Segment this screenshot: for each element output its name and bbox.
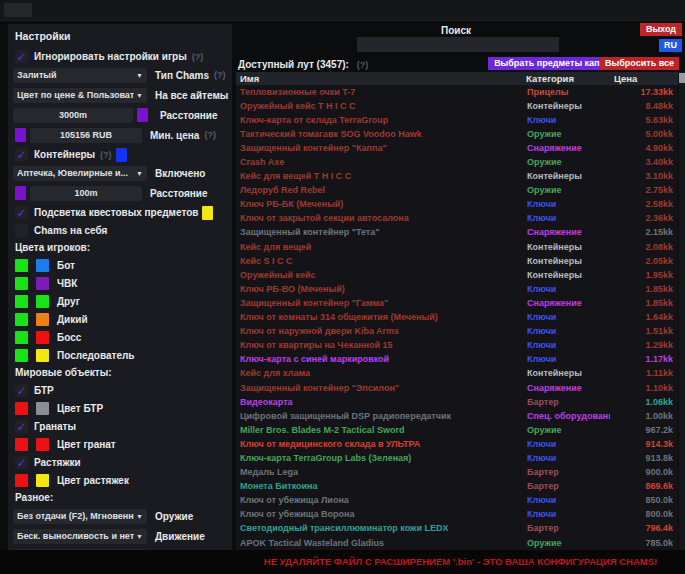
dropdown[interactable]: Беск. выносливость и нет уста▼ bbox=[13, 529, 147, 544]
color-swatch[interactable] bbox=[36, 313, 49, 326]
column-header-category[interactable]: Категория bbox=[522, 73, 610, 84]
search-input[interactable] bbox=[357, 37, 559, 52]
table-row[interactable]: Ключ от квартиры на Чеканной 15Ключи1.29… bbox=[236, 339, 678, 353]
window-tab[interactable] bbox=[4, 3, 32, 17]
checkbox[interactable]: ✓ bbox=[15, 148, 28, 161]
table-row[interactable]: Ключ-карта с синей маркировкойКлючи1.17k… bbox=[236, 353, 678, 367]
color-swatch[interactable] bbox=[15, 402, 28, 415]
table-row[interactable]: Оружейный кейс T H I C CКонтейнеры8.48kk bbox=[236, 99, 678, 113]
select-kappa-button[interactable]: Выбрать предметы каппа bbox=[488, 57, 616, 70]
checkbox[interactable]: ✓ bbox=[15, 384, 28, 397]
table-row[interactable]: Ключ от медицинского склада в УЛЬТРАКлюч… bbox=[236, 437, 678, 451]
help-icon[interactable]: (?) bbox=[100, 150, 112, 160]
table-row[interactable]: Защищенный контейнер "Каппа"Снаряжение4.… bbox=[236, 141, 678, 155]
chevron-down-icon: ▼ bbox=[136, 513, 143, 520]
table-row[interactable]: Ключ-карта от склада TerraGroupКлючи5.63… bbox=[236, 113, 678, 127]
color-swatch[interactable] bbox=[116, 148, 127, 162]
table-row[interactable]: Ключ от убежища ВоронаКлючи800.0k bbox=[236, 508, 678, 522]
table-row[interactable]: Ключ от наружной двери Kiba ArmsКлючи1.5… bbox=[236, 325, 678, 339]
item-name: Ключ от наружной двери Kiba Arms bbox=[236, 326, 522, 336]
table-scrollbar[interactable] bbox=[679, 72, 685, 550]
item-name: APOK Tactical Wasteland Gladius bbox=[236, 538, 522, 548]
column-header-name[interactable]: Имя bbox=[236, 73, 522, 84]
loot-count-label: Доступный лут (3457):(?) bbox=[238, 59, 368, 70]
loot-help-icon[interactable]: (?) bbox=[357, 60, 369, 70]
checkbox[interactable]: ✓ bbox=[15, 50, 28, 63]
color-swatch[interactable] bbox=[137, 108, 148, 122]
settings-row: Цвет БТР bbox=[13, 401, 227, 416]
help-icon[interactable]: (?) bbox=[204, 130, 216, 140]
color-swatch[interactable] bbox=[15, 438, 28, 451]
color-swatch[interactable] bbox=[36, 474, 49, 487]
table-row[interactable]: Ключ РБ-ВО (Меченый)Ключи1.85kk bbox=[236, 282, 678, 296]
color-swatch[interactable] bbox=[36, 331, 49, 344]
value-input[interactable]: 105156 RUB bbox=[30, 128, 142, 143]
table-row[interactable]: Тактический томагавк SOG Voodoo HawkОруж… bbox=[236, 127, 678, 141]
table-row[interactable]: Защищенный контейнер "Эпсилон"Снаряжение… bbox=[236, 381, 678, 395]
value-input[interactable]: 3000m bbox=[13, 108, 133, 123]
table-row[interactable]: Медаль LegaБартер900.0k bbox=[236, 466, 678, 480]
table-row[interactable]: APOK Tactical Wasteland GladiusОружие785… bbox=[236, 536, 678, 550]
item-price: 2.36kk bbox=[610, 213, 678, 223]
table-row[interactable]: Miller Bros. Blades M-2 Tactical SwordОр… bbox=[236, 423, 678, 437]
settings-row: Беск. выносливость и нет уста▼Движение bbox=[13, 528, 227, 544]
table-row[interactable]: Кейс для вещейКонтейнеры2.08kk bbox=[236, 240, 678, 254]
color-swatch[interactable] bbox=[36, 438, 49, 451]
color-swatch[interactable] bbox=[36, 349, 49, 362]
table-row[interactable]: Оружейный кейсКонтейнеры1.95kk bbox=[236, 268, 678, 282]
column-header-price[interactable]: Цена bbox=[610, 73, 678, 84]
color-swatch[interactable] bbox=[202, 206, 213, 220]
color-swatch[interactable] bbox=[36, 402, 49, 415]
color-swatch[interactable] bbox=[15, 313, 28, 326]
dropdown[interactable]: Без отдачи (F2), Мгновенное п▼ bbox=[13, 509, 147, 524]
help-icon[interactable]: (?) bbox=[214, 70, 226, 80]
table-row[interactable]: Crash AxeОружие3.40kk bbox=[236, 155, 678, 169]
table-row[interactable]: Ключ-карта TerraGroup Labs (Зеленая)Ключ… bbox=[236, 451, 678, 465]
color-swatch[interactable] bbox=[15, 474, 28, 487]
table-row[interactable]: Кейс S I C CКонтейнеры2.05kk bbox=[236, 254, 678, 268]
color-swatch[interactable] bbox=[15, 295, 28, 308]
loot-table: Имя Категория Цена Тепловизионные очки T… bbox=[236, 72, 678, 550]
color-swatch[interactable] bbox=[15, 349, 28, 362]
checkbox[interactable]: ✓ bbox=[15, 456, 28, 469]
value-input[interactable]: 100m bbox=[30, 186, 142, 201]
color-swatch[interactable] bbox=[15, 259, 28, 272]
table-row[interactable]: Ключ от убежища ЛионаКлючи850.0k bbox=[236, 494, 678, 508]
item-name: Кейс S I C C bbox=[236, 256, 522, 266]
dropdown[interactable]: Цвет по цене & Пользователь▼ bbox=[13, 88, 147, 103]
table-row[interactable]: Кейс для вещей T H I C CКонтейнеры3.10kk bbox=[236, 170, 678, 184]
table-row[interactable]: Ключ от закрытой секции автосалонаКлючи2… bbox=[236, 212, 678, 226]
table-row[interactable]: Цифровой защищенный DSP радиопередатчикС… bbox=[236, 409, 678, 423]
checkbox[interactable]: ✓ bbox=[15, 224, 28, 237]
checkbox[interactable]: ✓ bbox=[15, 206, 28, 219]
scrollbar-thumb[interactable] bbox=[679, 73, 685, 83]
table-row[interactable]: Ключ от комнаты 314 общежития (Меченый)К… bbox=[236, 311, 678, 325]
color-swatch[interactable] bbox=[36, 259, 49, 272]
settings-row: Друг bbox=[13, 294, 227, 309]
exit-button[interactable]: Выход bbox=[640, 23, 682, 36]
help-icon[interactable]: (?) bbox=[192, 52, 204, 62]
table-row[interactable]: Ключ РБ-БК (Меченый)Ключи2.58kk bbox=[236, 198, 678, 212]
drop-all-button[interactable]: Выбросить все bbox=[600, 57, 679, 70]
color-swatch[interactable] bbox=[36, 277, 49, 290]
item-category: Ключи bbox=[522, 354, 610, 364]
item-name: Светодиодный трансиллюминатор кожи LEDX bbox=[236, 523, 522, 533]
checkbox[interactable]: ✓ bbox=[15, 420, 28, 433]
dropdown[interactable]: Аптечка, Ювелирные и...▼ bbox=[13, 166, 147, 181]
color-swatch[interactable] bbox=[15, 331, 28, 344]
color-swatch[interactable] bbox=[15, 186, 26, 200]
table-row[interactable]: Кейс для хламаКонтейнеры1.11kk bbox=[236, 367, 678, 381]
table-row[interactable]: Светодиодный трансиллюминатор кожи LEDXБ… bbox=[236, 522, 678, 536]
table-row[interactable]: Ледоруб Red RebelОружие2.75kk bbox=[236, 184, 678, 198]
table-row[interactable]: Тепловизионные очки T-7Прицелы17.33kk bbox=[236, 85, 678, 99]
table-row[interactable]: ВидеокартаБартер1.06kk bbox=[236, 395, 678, 409]
color-swatch[interactable] bbox=[36, 295, 49, 308]
table-row[interactable]: Монета БиткоинаБартер869.6k bbox=[236, 480, 678, 494]
language-button[interactable]: RU bbox=[659, 39, 682, 52]
color-swatch[interactable] bbox=[15, 277, 28, 290]
table-row[interactable]: Защищенный контейнер "Тета"Снаряжение2.1… bbox=[236, 226, 678, 240]
item-price: 5.00kk bbox=[610, 129, 678, 139]
color-swatch[interactable] bbox=[15, 128, 26, 142]
table-row[interactable]: Защищенный контейнер "Гамма"Снаряжение1.… bbox=[236, 296, 678, 310]
dropdown[interactable]: Залитый▼ bbox=[13, 68, 147, 83]
